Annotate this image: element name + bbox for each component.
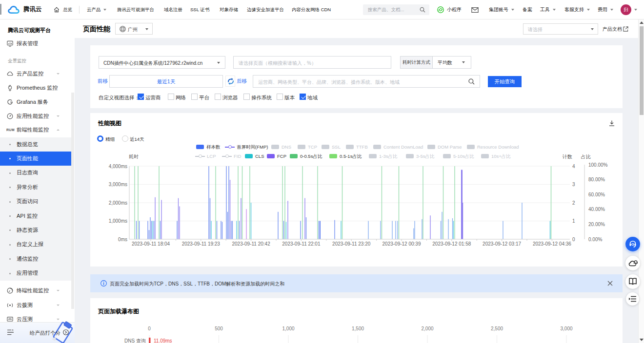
svg-text:11.09ms: 11.09ms: [154, 338, 172, 343]
svg-text:3,000: 3,000: [560, 326, 572, 331]
svg-text:40.00%: 40.00%: [588, 207, 605, 212]
svg-text:2023-09-12 01:58: 2023-09-12 01:58: [432, 241, 471, 247]
svg-text:4: 4: [572, 164, 575, 169]
svg-text:2,500: 2,500: [491, 326, 503, 331]
svg-text:2,000: 2,000: [421, 326, 433, 331]
svg-text:2023-09-11 23:20: 2023-09-11 23:20: [332, 241, 371, 247]
svg-text:80.00%: 80.00%: [588, 177, 605, 182]
svg-text:2023-09-12 00:39: 2023-09-12 00:39: [382, 241, 421, 247]
svg-text:0: 0: [572, 237, 575, 242]
svg-text:500: 500: [215, 326, 223, 331]
svg-text:0ms: 0ms: [118, 237, 127, 242]
svg-text:0.00%: 0.00%: [588, 237, 602, 242]
svg-text:1,000: 1,000: [282, 326, 294, 331]
svg-text:DNS 查询: DNS 查询: [124, 338, 146, 343]
svg-text:3,000ms: 3,000ms: [109, 182, 127, 187]
svg-text:3: 3: [572, 182, 575, 187]
svg-text:1: 1: [572, 218, 575, 224]
svg-text:2023-09-12 03:17: 2023-09-12 03:17: [483, 241, 521, 247]
svg-text:4,000ms: 4,000ms: [109, 164, 127, 169]
svg-text:20.00%: 20.00%: [588, 222, 605, 227]
svg-text:2023-09-11 20:42: 2023-09-11 20:42: [232, 241, 270, 247]
svg-text:2: 2: [572, 200, 575, 206]
svg-text:2023-09-11 22:01: 2023-09-11 22:01: [282, 241, 321, 247]
svg-text:2023-09-11 18:04: 2023-09-11 18:04: [132, 241, 170, 247]
svg-text:100.00%: 100.00%: [588, 162, 608, 168]
svg-text:2,000ms: 2,000ms: [109, 200, 127, 206]
svg-text:60.00%: 60.00%: [588, 192, 605, 197]
svg-text:1,500: 1,500: [352, 326, 364, 331]
svg-text:0: 0: [148, 326, 151, 331]
svg-text:1,000ms: 1,000ms: [109, 218, 127, 224]
svg-text:2023-09-12 04:36: 2023-09-12 04:36: [533, 241, 571, 247]
svg-text:2023-09-11 19:23: 2023-09-11 19:23: [182, 241, 221, 247]
